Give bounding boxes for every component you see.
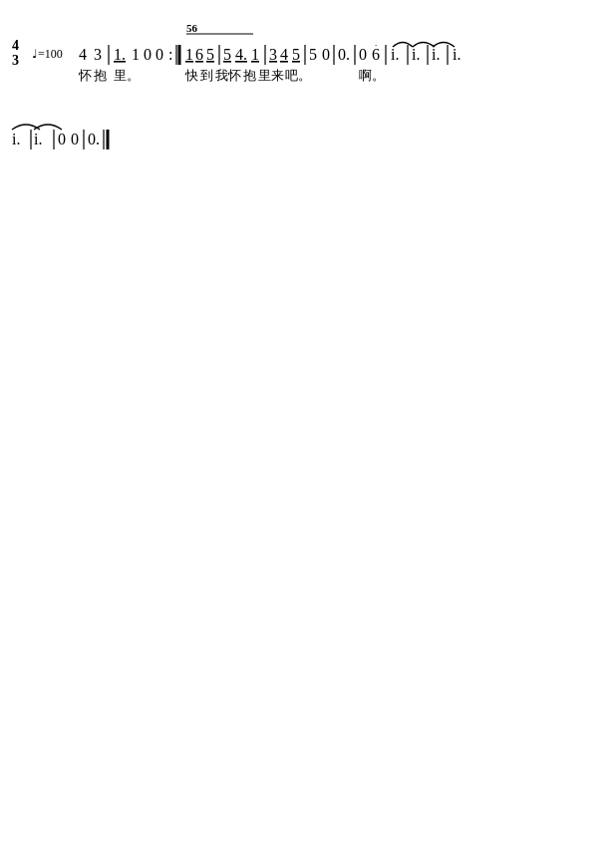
lyric-bao2: 抱: [243, 68, 256, 83]
lyric-kuai: 快: [184, 68, 198, 83]
lyric-ba: 吧。: [285, 68, 311, 83]
note-1c: 1: [251, 46, 259, 63]
score-svg: 4 3 ♩=100 4 3 1. 1 0 0 : 56 1 6 5 5 4. 1: [4, 10, 612, 209]
note-0-dot: 0.: [338, 46, 350, 63]
note-r2-i1: i.: [12, 131, 20, 147]
lyric-li2: 里: [258, 68, 271, 83]
note-r2-0a: 0: [58, 131, 66, 147]
lyric-a: 啊。: [359, 68, 385, 83]
note-i3: i.: [432, 46, 440, 63]
lyric-bao: 抱: [94, 68, 107, 83]
score-container: 4 3 ♩=100 4 3 1. 1 0 0 : 56 1 6 5 5 4. 1: [4, 10, 612, 213]
note-3: 3: [94, 46, 102, 63]
note-6: 6: [195, 46, 203, 63]
note-5-sec: 5: [292, 46, 300, 63]
lyric-lai: 来: [271, 68, 284, 83]
lyric-dao: 到: [200, 68, 213, 83]
note-0d: 0: [359, 46, 367, 63]
lyric-huai2: 怀: [227, 68, 241, 83]
tempo: ♩=100: [32, 47, 63, 61]
note-4-sec: 4: [280, 46, 288, 63]
note-1b: 1: [132, 46, 140, 63]
lyric-li: 里。: [114, 68, 140, 83]
time-sig-bottom: 3: [12, 53, 19, 68]
repeat-dots: :: [168, 46, 172, 63]
note-1-dot: 1.: [114, 46, 126, 63]
lyric-wo: 我: [215, 68, 228, 83]
note-5-third: 5: [309, 46, 317, 63]
note-i2: i.: [412, 46, 420, 63]
note-i4: i.: [453, 46, 461, 63]
note-i1: i.: [391, 46, 399, 63]
lyric-huai: 怀: [78, 68, 92, 83]
note-0a: 0: [144, 46, 152, 63]
note-1-sec: 1: [185, 46, 193, 63]
note-0b: 0: [155, 46, 163, 63]
note-6-high-dot: ·: [375, 40, 377, 50]
note-4-dot: 4.: [235, 46, 247, 63]
note-0c: 0: [322, 46, 330, 63]
note-r2-0b: 0: [71, 131, 79, 147]
note-5a: 5: [206, 46, 214, 63]
note-r2-0-dot: 0.: [88, 131, 100, 147]
section-num: 56: [186, 22, 198, 34]
note-4: 4: [79, 46, 87, 63]
note-3-sec: 3: [269, 46, 277, 63]
note-5b: 5: [223, 46, 231, 63]
note-r2-i2: i.: [34, 131, 42, 147]
time-sig-top: 4: [12, 38, 19, 53]
